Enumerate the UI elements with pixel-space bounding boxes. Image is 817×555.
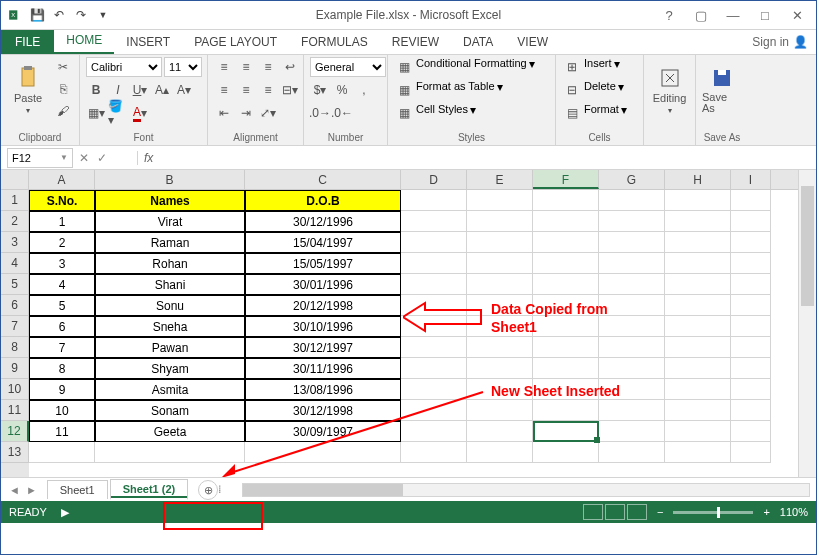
cell[interactable] (533, 337, 599, 358)
horizontal-scrollbar[interactable] (242, 483, 810, 497)
cell[interactable] (533, 253, 599, 274)
font-size-combo[interactable]: 11 (164, 57, 202, 77)
cell[interactable] (467, 190, 533, 211)
cell[interactable]: 30/12/1998 (245, 400, 401, 421)
zoom-slider[interactable] (673, 511, 753, 514)
align-bottom-icon[interactable]: ≡ (258, 57, 278, 77)
cell-styles-button[interactable]: ▦Cell Styles▾ (394, 103, 476, 123)
row-header[interactable]: 12 (1, 421, 29, 442)
cell[interactable]: 30/12/1996 (245, 211, 401, 232)
formula-input[interactable] (159, 148, 816, 168)
cell[interactable] (665, 421, 731, 442)
row-header[interactable]: 7 (1, 316, 29, 337)
zoom-level[interactable]: 110% (780, 506, 808, 518)
increase-indent-icon[interactable]: ⇥ (236, 103, 256, 123)
cell[interactable]: 2 (29, 232, 95, 253)
cell[interactable] (533, 421, 599, 442)
editing-button[interactable]: Editing▾ (650, 57, 689, 123)
cell[interactable] (731, 316, 771, 337)
cell[interactable]: 3 (29, 253, 95, 274)
cell[interactable] (665, 442, 731, 463)
cell[interactable]: Sonu (95, 295, 245, 316)
paste-button[interactable]: Paste▾ (7, 57, 49, 123)
cell[interactable] (467, 232, 533, 253)
cell[interactable] (599, 316, 665, 337)
zoom-in-icon[interactable]: + (763, 506, 769, 518)
cell[interactable]: Names (95, 190, 245, 211)
cell[interactable]: Sneha (95, 316, 245, 337)
tab-review[interactable]: REVIEW (380, 30, 451, 54)
number-format-combo[interactable]: General (310, 57, 386, 77)
tab-view[interactable]: VIEW (505, 30, 560, 54)
cell[interactable] (401, 442, 467, 463)
cell[interactable] (599, 337, 665, 358)
shrink-font-icon[interactable]: A▾ (174, 80, 194, 100)
column-header[interactable]: G (599, 170, 665, 189)
cell[interactable] (665, 274, 731, 295)
scrollbar-thumb[interactable] (801, 186, 814, 306)
cell[interactable] (467, 358, 533, 379)
cell[interactable] (533, 358, 599, 379)
cell[interactable] (401, 274, 467, 295)
cell[interactable]: Shyam (95, 358, 245, 379)
cell[interactable] (599, 253, 665, 274)
decrease-decimal-icon[interactable]: .0← (332, 103, 352, 123)
cell[interactable]: Rohan (95, 253, 245, 274)
column-header[interactable]: F (533, 170, 599, 189)
cell[interactable] (401, 253, 467, 274)
cell[interactable] (599, 190, 665, 211)
name-box[interactable]: F12▼ (7, 148, 73, 168)
cell[interactable]: 11 (29, 421, 95, 442)
increase-decimal-icon[interactable]: .0→ (310, 103, 330, 123)
cell[interactable] (665, 358, 731, 379)
border-icon[interactable]: ▦▾ (86, 103, 106, 123)
cell[interactable] (731, 442, 771, 463)
cell[interactable] (731, 337, 771, 358)
cell[interactable]: Sonam (95, 400, 245, 421)
cell[interactable] (599, 211, 665, 232)
cell[interactable]: Geeta (95, 421, 245, 442)
align-left-icon[interactable]: ≡ (214, 80, 234, 100)
align-right-icon[interactable]: ≡ (258, 80, 278, 100)
column-header[interactable]: A (29, 170, 95, 189)
format-table-button[interactable]: ▦Format as Table▾ (394, 80, 503, 100)
cell[interactable] (401, 190, 467, 211)
tab-formulas[interactable]: FORMULAS (289, 30, 380, 54)
vertical-scrollbar[interactable] (798, 170, 816, 477)
align-top-icon[interactable]: ≡ (214, 57, 234, 77)
cell[interactable] (401, 400, 467, 421)
italic-icon[interactable]: I (108, 80, 128, 100)
save-icon[interactable]: 💾 (29, 5, 45, 25)
cell[interactable]: 20/12/1998 (245, 295, 401, 316)
insert-cells-button[interactable]: ⊞Insert▾ (562, 57, 620, 77)
cell[interactable] (665, 211, 731, 232)
cell[interactable] (533, 442, 599, 463)
cell[interactable] (401, 295, 467, 316)
format-cells-button[interactable]: ▤Format▾ (562, 103, 627, 123)
cell[interactable]: 7 (29, 337, 95, 358)
fx-icon[interactable]: fx (137, 151, 159, 165)
cell[interactable] (467, 274, 533, 295)
close-icon[interactable]: ✕ (786, 8, 808, 23)
cell[interactable] (731, 274, 771, 295)
row-header[interactable]: 1 (1, 190, 29, 211)
view-page-break-icon[interactable] (627, 504, 647, 520)
tab-data[interactable]: DATA (451, 30, 505, 54)
grow-font-icon[interactable]: A▴ (152, 80, 172, 100)
percent-icon[interactable]: % (332, 80, 352, 100)
cell[interactable]: 15/05/1997 (245, 253, 401, 274)
cell[interactable] (731, 253, 771, 274)
cell[interactable]: Pawan (95, 337, 245, 358)
cell[interactable] (599, 295, 665, 316)
cell[interactable] (599, 274, 665, 295)
cell[interactable] (599, 421, 665, 442)
redo-icon[interactable]: ↷ (73, 5, 89, 25)
delete-cells-button[interactable]: ⊟Delete▾ (562, 80, 624, 100)
cell[interactable] (665, 295, 731, 316)
bold-icon[interactable]: B (86, 80, 106, 100)
cell[interactable] (533, 274, 599, 295)
fill-color-icon[interactable]: 🪣▾ (108, 103, 128, 123)
cell[interactable] (467, 400, 533, 421)
cell[interactable] (467, 337, 533, 358)
undo-icon[interactable]: ↶ (51, 5, 67, 25)
